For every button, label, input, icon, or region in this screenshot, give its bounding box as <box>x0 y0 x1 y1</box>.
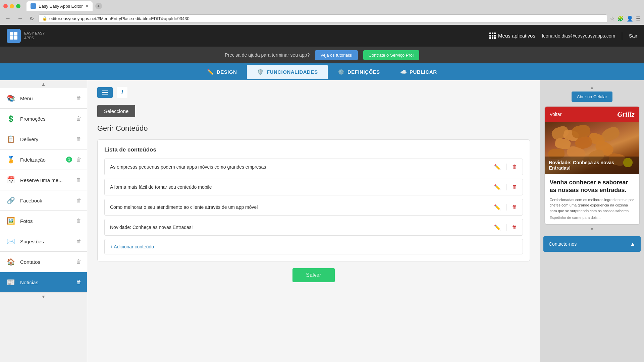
sidebar-item-fidelizacao[interactable]: 🏅 Fidelização 1 🗑 <box>0 149 87 170</box>
sidebar-label-sugestoes: Sugestões <box>20 239 72 244</box>
delete-menu-icon[interactable]: 🗑 <box>76 95 82 101</box>
user-icon[interactable]: 👤 <box>627 15 633 22</box>
edit-item-1-btn[interactable]: ✏️ <box>494 184 501 190</box>
forward-button[interactable]: → <box>15 14 25 23</box>
extensions-icon[interactable]: 🧩 <box>617 15 624 22</box>
section-title: Gerir Conteúdo <box>97 124 530 133</box>
menu-icon[interactable]: ☰ <box>636 15 641 22</box>
tab-close-btn[interactable]: ✕ <box>86 4 89 8</box>
header-nav: Meus aplicativos leonardo.dias@easyeasya… <box>489 32 637 40</box>
seleccione-button[interactable]: Seleccione <box>97 105 135 117</box>
grid-icon <box>489 33 495 39</box>
tab-definicoes[interactable]: ⚙️ DEFINIÇÕES <box>328 65 390 80</box>
delete-promocoes-icon[interactable]: 🗑 <box>76 116 82 122</box>
noticias-icon: 📰 <box>5 277 16 288</box>
phone-description: Confecionadas com os melhores ingredient… <box>550 197 635 214</box>
chevron-up-icon[interactable]: ▲ <box>630 241 635 247</box>
phone-frame: Voltar Grillz Novidade: <box>544 106 640 225</box>
logo-grid <box>10 32 17 40</box>
sidebar-item-delivery[interactable]: 📋 Delivery 🗑 <box>0 129 87 149</box>
sidebar-label-delivery: Delivery <box>20 136 72 142</box>
preview-scroll-up[interactable]: ▲ <box>543 83 641 92</box>
sidebar-label-facebook: Facebook <box>20 198 72 203</box>
editor-controls: I <box>97 87 530 98</box>
meus-aplicativos-btn[interactable]: Meus aplicativos <box>489 33 535 39</box>
sidebar-item-promocoes[interactable]: 💲 Promoções 🗑 <box>0 109 87 129</box>
delete-item-2-btn[interactable]: 🗑 <box>512 204 517 210</box>
maximize-dot[interactable] <box>16 4 20 8</box>
sugestoes-icon: ✉️ <box>5 236 16 247</box>
tab-design[interactable]: ✏️ DESIGN <box>197 65 247 80</box>
bookmark-icon[interactable]: ☆ <box>610 15 614 22</box>
phone-hero-image: Novidade: Conheça as novas Entradas! <box>545 122 639 174</box>
tab-funcionalidades[interactable]: 🛡️ FUNCIONALIDADES <box>247 65 328 80</box>
browser-tab[interactable]: Easy Easy Apps Editor ✕ <box>26 1 93 11</box>
delete-sugestoes-icon[interactable]: 🗑 <box>76 238 82 244</box>
delete-item-0-btn[interactable]: 🗑 <box>512 164 517 170</box>
sidebar-label-reserve: Reserve uma me... <box>20 177 72 183</box>
delete-reserve-icon[interactable]: 🗑 <box>76 177 82 183</box>
apps-label: Meus aplicativos <box>498 33 535 39</box>
add-content-button[interactable]: + Adicionar conteúdo <box>104 239 523 254</box>
sidebar-label-promocoes: Promoções <box>20 116 72 122</box>
minimize-dot[interactable] <box>10 4 14 8</box>
sidebar-item-fotos[interactable]: 🖼️ Fotos 🗑 <box>0 211 87 231</box>
delete-delivery-icon[interactable]: 🗑 <box>76 136 82 142</box>
lock-icon: 🔒 <box>42 16 47 21</box>
sidebar-item-noticias[interactable]: 📰 Notícias 🗑 <box>0 272 87 293</box>
edit-item-2-btn[interactable]: ✏️ <box>494 204 501 210</box>
delete-facebook-icon[interactable]: 🗑 <box>76 197 82 203</box>
help-text: Precisa de ajuda para terminar seu app? <box>225 52 310 58</box>
funcionalidades-icon: 🛡️ <box>257 69 264 75</box>
open-mobile-button[interactable]: Abrir no Celular <box>572 92 612 102</box>
refresh-button[interactable]: ↻ <box>28 14 36 23</box>
new-tab-btn[interactable]: + <box>95 3 102 9</box>
delete-item-1-btn[interactable]: 🗑 <box>512 184 517 190</box>
fidelizacao-icon: 🏅 <box>5 154 16 165</box>
delete-noticias-icon[interactable]: 🗑 <box>76 279 82 285</box>
phone-hero-overlay: Novidade: Conheça as novas Entradas! <box>545 157 639 174</box>
delete-contatos-icon[interactable]: 🗑 <box>76 259 82 265</box>
definicoes-icon: ⚙️ <box>338 69 345 75</box>
close-dot[interactable] <box>3 4 8 8</box>
tab-favicon <box>31 3 36 9</box>
sidebar-item-reserve[interactable]: 📅 Reserve uma me... 🗑 <box>0 170 87 190</box>
sidebar-scroll-up[interactable]: ▲ <box>0 80 87 88</box>
delete-fotos-icon[interactable]: 🗑 <box>76 218 82 224</box>
phone-back-btn[interactable]: Voltar <box>550 112 562 117</box>
menu-icon: 📚 <box>5 93 16 104</box>
sidebar-item-facebook[interactable]: 🔗 Facebook 🗑 <box>0 190 87 211</box>
facebook-icon: 🔗 <box>5 195 16 206</box>
main-layout: ▲ 📚 Menu 🗑 💲 Promoções 🗑 📋 Delivery 🗑 🏅 … <box>0 80 644 362</box>
delete-fidelizacao-icon[interactable]: 🗑 <box>76 157 82 163</box>
delivery-icon: 📋 <box>5 134 16 144</box>
sidebar-item-sugestoes[interactable]: ✉️ Sugestões 🗑 <box>0 231 87 252</box>
content-item-text-3: Novidade: Conheça as novas Entradas! <box>110 225 494 230</box>
sidebar-item-menu[interactable]: 📚 Menu 🗑 <box>0 88 87 109</box>
contacte-bar[interactable]: Contacte-nos ▲ <box>543 236 641 252</box>
back-button[interactable]: ← <box>3 14 13 23</box>
browser-titlebar: Easy Easy Apps Editor ✕ + <box>0 0 644 12</box>
sidebar-scroll-down[interactable]: ▼ <box>0 293 87 301</box>
fidelizacao-badge: 1 <box>66 157 72 163</box>
content-item-text-0: As empresas pequenas podem criar apps mó… <box>110 164 494 170</box>
edit-item-3-btn[interactable]: ✏️ <box>494 224 501 231</box>
address-bar[interactable]: 🔒 editor.easyeasyapps.net/#MenuEntryPlac… <box>39 14 607 23</box>
delete-item-3-btn[interactable]: 🗑 <box>512 224 517 230</box>
tab-funcionalidades-label: FUNCIONALIDADES <box>267 69 318 75</box>
tab-publicar[interactable]: ☁️ PUBLICAR <box>390 65 447 80</box>
content-item-text-1: A forma mais fácil de tornar seu conteúd… <box>110 184 494 190</box>
sidebar-label-menu: Menu <box>20 96 72 101</box>
sidebar-item-contatos[interactable]: 🏠 Contatos 🗑 <box>0 252 87 272</box>
italic-button[interactable]: I <box>117 87 127 98</box>
browser-dots <box>3 4 20 8</box>
edit-item-0-btn[interactable]: ✏️ <box>494 164 501 170</box>
pro-service-button[interactable]: Contrate o Serviço Pro! <box>363 50 419 60</box>
sidebar-label-fotos: Fotos <box>20 218 72 224</box>
action-divider <box>506 204 506 210</box>
tutorials-button[interactable]: Veja os tutoriais! <box>315 50 358 60</box>
preview-scroll-down[interactable]: ▼ <box>543 225 641 233</box>
menu-lines-button[interactable] <box>97 87 113 98</box>
save-button[interactable]: Salvar <box>292 268 334 282</box>
sair-button[interactable]: Sair <box>629 33 637 39</box>
